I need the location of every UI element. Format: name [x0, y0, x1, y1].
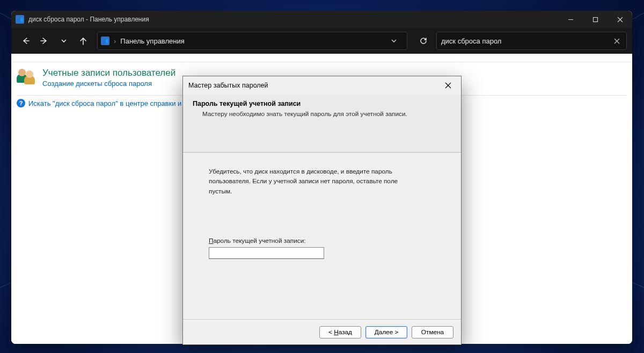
nav-up-button[interactable]	[75, 32, 92, 49]
address-label: Панель управления	[120, 37, 184, 45]
titlebar: 👥 диск сброса парол - Панель управления	[11, 11, 632, 28]
address-bar[interactable]: 👥 › Панель управления	[97, 32, 407, 50]
create-reset-disk-link[interactable]: Создание дискеты сброса пароля	[42, 80, 175, 88]
address-dropdown-icon[interactable]	[391, 38, 404, 44]
forgotten-password-wizard: Мастер забытых паролей Пароль текущей уч…	[182, 76, 462, 345]
help-icon: ?	[17, 99, 25, 107]
arrow-up-icon	[79, 37, 87, 45]
wizard-footer: < Назад Далее > Отмена	[183, 320, 461, 344]
breadcrumb-separator-icon: ›	[114, 37, 116, 45]
svg-rect-0	[593, 17, 597, 21]
search-box[interactable]	[436, 32, 627, 50]
chevron-down-icon	[391, 38, 397, 44]
user-accounts-icon	[17, 69, 36, 85]
password-field-label: Пароль текущей учетной записи:	[209, 237, 435, 244]
chevron-down-icon	[61, 38, 67, 44]
wizard-back-button[interactable]: < Назад	[319, 326, 361, 338]
wizard-title: Мастер забытых паролей	[188, 82, 268, 89]
navigation-bar: 👥 › Панель управления	[11, 28, 632, 54]
address-icon: 👥	[101, 37, 109, 45]
search-help-label: Искать "диск сброса парол" в центре спра…	[28, 99, 191, 107]
wizard-cancel-button[interactable]: Отмена	[412, 326, 453, 338]
close-icon	[445, 82, 451, 89]
app-icon: 👥	[16, 15, 24, 24]
wizard-step-title: Пароль текущей учетной записи	[193, 100, 451, 107]
maximize-button[interactable]	[583, 11, 608, 28]
close-icon	[617, 17, 623, 23]
refresh-button[interactable]	[415, 32, 432, 49]
minimize-icon	[568, 17, 574, 23]
refresh-icon	[419, 37, 428, 45]
toolbar-divider	[11, 54, 632, 62]
wizard-titlebar: Мастер забытых паролей	[183, 76, 461, 95]
nav-forward-button[interactable]	[36, 32, 53, 49]
minimize-button[interactable]	[558, 11, 583, 28]
current-password-input[interactable]	[209, 247, 324, 259]
window-title: диск сброса парол - Панель управления	[28, 16, 149, 23]
wizard-close-button[interactable]	[441, 78, 456, 93]
search-input[interactable]	[441, 37, 612, 45]
wizard-step-subtitle: Мастеру необходимо знать текущий пароль …	[202, 110, 438, 119]
wizard-header: Пароль текущей учетной записи Мастеру не…	[183, 95, 461, 153]
close-icon	[614, 38, 620, 44]
nav-history-dropdown[interactable]	[55, 32, 72, 49]
arrow-right-icon	[40, 37, 49, 45]
nav-back-button[interactable]	[17, 32, 34, 49]
wizard-instruction: Убедитесь, что диск находится в дисковод…	[209, 167, 407, 196]
wizard-body: Убедитесь, что диск находится в дисковод…	[183, 153, 461, 320]
arrow-left-icon	[21, 37, 30, 45]
search-clear-button[interactable]	[612, 38, 622, 44]
maximize-icon	[592, 17, 598, 23]
wizard-next-button[interactable]: Далее >	[365, 326, 407, 338]
close-button[interactable]	[608, 11, 632, 28]
page-heading: Учетные записи пользователей	[42, 68, 175, 78]
